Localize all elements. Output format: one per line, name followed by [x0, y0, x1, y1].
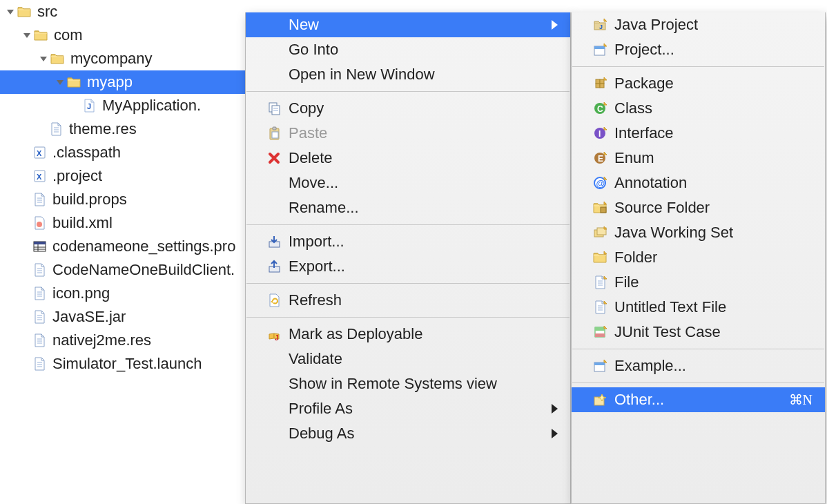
tree-row[interactable]: src: [0, 0, 249, 23]
menu-item[interactable]: Project...: [572, 37, 825, 62]
menu-item[interactable]: Rename...: [246, 195, 570, 220]
menu-item[interactable]: Package: [572, 71, 825, 96]
project-tree: srccommycompanymyappMyApplication.theme.…: [0, 0, 249, 376]
icon-spacer: [266, 376, 282, 391]
menu-item-label: JUnit Test Case: [614, 323, 813, 341]
menu-separator: [246, 317, 570, 318]
disclosure-triangle-icon[interactable]: [22, 30, 32, 40]
tree-item-label: codenameone_settings.pro: [50, 238, 235, 255]
menu-item[interactable]: Class: [572, 96, 825, 121]
tree-row[interactable]: codenameone_settings.pro: [0, 235, 249, 258]
other-icon: [592, 392, 607, 407]
tree-item-label: JavaSE.jar: [50, 308, 126, 326]
menu-item[interactable]: Folder: [572, 245, 825, 270]
project-icon: [592, 358, 607, 374]
menu-item[interactable]: Java Project: [572, 12, 825, 37]
menu-item-label: Export...: [289, 258, 558, 275]
untitled-file-icon: [592, 300, 607, 315]
tree-item-label: myapp: [84, 73, 133, 91]
menu-item[interactable]: Mark as Deployable: [246, 322, 570, 347]
tree-row[interactable]: CodeNameOneBuildClient.: [0, 258, 249, 282]
menu-item[interactable]: New: [246, 12, 570, 37]
menu-item[interactable]: Other...⌘N: [572, 387, 825, 412]
menu-item[interactable]: Open in New Window: [246, 62, 570, 87]
tree-item-label: .project: [50, 167, 102, 185]
file-icon: [32, 286, 47, 301]
folder-plain-icon: [17, 4, 32, 19]
menu-item[interactable]: Untitled Text File: [572, 295, 825, 320]
submenu-arrow-icon: [552, 20, 558, 30]
file-icon: [32, 333, 47, 348]
menu-item[interactable]: Debug As: [246, 421, 570, 446]
menu-item[interactable]: Source Folder: [572, 195, 825, 220]
menu-item[interactable]: Annotation: [572, 171, 825, 195]
tree-row[interactable]: .classpath: [0, 141, 249, 164]
disclosure-triangle-icon[interactable]: [55, 77, 65, 87]
tree-row[interactable]: build.props: [0, 188, 249, 211]
tree-row[interactable]: theme.res: [0, 117, 249, 141]
menu-item-label: Paste: [289, 124, 558, 142]
disclosure-triangle-icon[interactable]: [6, 7, 15, 17]
folder-plain-icon: [50, 51, 65, 66]
menu-item[interactable]: Interface: [572, 121, 825, 146]
menu-item-label: Open in New Window: [289, 66, 558, 84]
props-file-icon: [32, 239, 47, 254]
menu-item-label: New: [289, 16, 552, 34]
annotation-icon: [592, 175, 607, 191]
tree-row[interactable]: .project: [0, 164, 249, 188]
menu-item[interactable]: Example...: [572, 353, 825, 378]
tree-row[interactable]: mycompany: [0, 47, 249, 70]
menu-item[interactable]: Profile As: [246, 396, 570, 421]
menu-item-label: Package: [614, 75, 813, 93]
import-icon: [266, 234, 282, 249]
file-icon: [32, 309, 47, 324]
tree-row[interactable]: JavaSE.jar: [0, 305, 249, 329]
icon-spacer: [266, 401, 282, 416]
menu-item-label: Import...: [289, 233, 558, 251]
menu-item[interactable]: Import...: [246, 229, 570, 254]
menu-item[interactable]: Java Working Set: [572, 220, 825, 245]
tree-row[interactable]: nativej2me.res: [0, 329, 249, 352]
tree-item-label: Simulator_Test.launch: [50, 355, 202, 373]
file-icon: [32, 356, 47, 371]
working-set-icon: [592, 225, 607, 240]
menu-item[interactable]: Go Into: [246, 37, 570, 62]
menu-item[interactable]: Export...: [246, 254, 570, 279]
tree-row[interactable]: myapp: [0, 70, 249, 94]
tree-row[interactable]: com: [0, 23, 249, 47]
tree-row[interactable]: MyApplication.: [0, 94, 249, 117]
menu-item: Paste: [246, 121, 570, 146]
tree-row[interactable]: Simulator_Test.launch: [0, 352, 249, 376]
copy-icon: [266, 101, 282, 116]
menu-item-label: Example...: [614, 357, 813, 375]
menu-separator: [246, 283, 570, 284]
disclosure-triangle-icon[interactable]: [39, 54, 48, 64]
junit-icon: [592, 324, 607, 340]
tree-item-label: icon.png: [50, 284, 110, 302]
enum-icon: [592, 151, 607, 166]
menu-item-label: Class: [614, 99, 813, 117]
paste-icon: [266, 126, 282, 141]
menu-separator: [246, 91, 570, 92]
icon-spacer: [266, 175, 282, 191]
context-menu: NewGo IntoOpen in New WindowCopyPasteDel…: [245, 12, 571, 504]
menu-item-label: Untitled Text File: [614, 298, 813, 316]
package-icon: [592, 76, 607, 91]
menu-item[interactable]: File: [572, 270, 825, 295]
menu-item[interactable]: Delete: [246, 146, 570, 171]
menu-item[interactable]: Show in Remote Systems view: [246, 371, 570, 396]
menu-item[interactable]: Refresh: [246, 288, 570, 313]
folder-icon: [592, 250, 607, 265]
menu-item-label: Source Folder: [614, 199, 813, 217]
tree-row[interactable]: build.xml: [0, 211, 249, 235]
tree-item-label: com: [51, 26, 83, 44]
menu-item[interactable]: Move...: [246, 171, 570, 195]
tree-item-label: MyApplication.: [99, 97, 201, 115]
menu-item[interactable]: Validate: [246, 347, 570, 371]
menu-item[interactable]: Enum: [572, 146, 825, 171]
menu-item[interactable]: Copy: [246, 96, 570, 121]
menu-separator: [246, 224, 570, 225]
tree-row[interactable]: icon.png: [0, 282, 249, 305]
deploy-icon: [266, 327, 282, 342]
menu-item[interactable]: JUnit Test Case: [572, 320, 825, 345]
